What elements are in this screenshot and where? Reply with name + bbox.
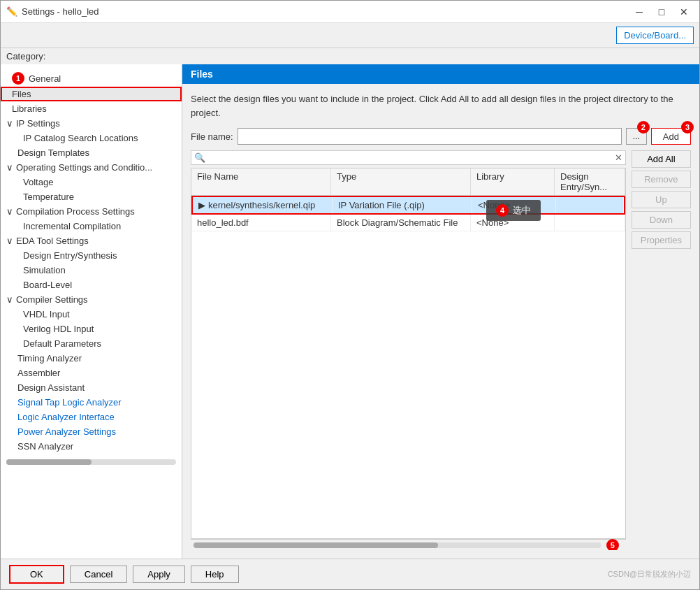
horizontal-scrollbar[interactable]: 5 (191, 539, 626, 550)
sidebar-label-ip-catalog: IP Catalog Search Locations (23, 133, 138, 143)
ok-button[interactable]: OK (9, 565, 64, 584)
badge-2: 2 (637, 121, 650, 134)
sidebar-item-vhdl[interactable]: VHDL Input (1, 307, 182, 322)
down-button[interactable]: Down (632, 211, 691, 229)
sidebar-label-compilation: Compilation Process Settings (16, 206, 135, 217)
toolbar: Device/Board... (1, 23, 699, 48)
device-board-button[interactable]: Device/Board... (616, 27, 694, 44)
sidebar-label-incremental: Incremental Compilation (23, 221, 121, 231)
maximize-button[interactable]: □ (652, 5, 671, 19)
sidebar-label-general: General (29, 73, 61, 84)
sidebar-item-ip-catalog[interactable]: IP Catalog Search Locations (1, 131, 182, 145)
properties-button[interactable]: Properties (632, 231, 691, 249)
sidebar-item-libraries[interactable]: Libraries (1, 101, 182, 116)
sidebar-item-logic-analyzer[interactable]: Logic Analyzer Interface (1, 410, 182, 424)
sidebar-item-simulation[interactable]: Simulation (1, 263, 182, 278)
sidebar-group-compiler[interactable]: ∨ Compiler Settings (1, 292, 182, 307)
settings-window: ✏️ Settings - hello_led ─ □ ✕ Device/Boa… (0, 0, 700, 590)
chevron-down-icon-3: ∨ (6, 206, 13, 217)
sidebar-item-verilog[interactable]: Verilog HDL Input (1, 322, 182, 336)
cell-library-1: <None> (472, 197, 556, 213)
sidebar-item-power-analyzer[interactable]: Power Analyzer Settings (1, 424, 182, 439)
close-button[interactable]: ✕ (674, 5, 694, 19)
panel-description: Select the design files you want to incl… (191, 92, 691, 120)
cell-type-1: IP Variation File (.qip) (333, 197, 472, 213)
add-all-button[interactable]: Add All (632, 150, 691, 168)
apply-button[interactable]: Apply (133, 566, 185, 583)
badge-1: 1 (12, 72, 24, 85)
cell-filename-2: hello_led.bdf (191, 215, 331, 231)
sidebar-label-libraries: Libraries (12, 103, 47, 114)
search-clear-icon[interactable]: ✕ (615, 152, 622, 163)
badge-3: 3 (681, 121, 694, 134)
search-input[interactable] (208, 152, 615, 163)
file-name-label: File name: (191, 131, 233, 142)
sidebar-item-design-entry[interactable]: Design Entry/Synthesis (1, 248, 182, 263)
col-header-library: Library (471, 168, 555, 195)
title-bar: ✏️ Settings - hello_led ─ □ ✕ (1, 1, 699, 23)
sidebar: 1 General Files Libraries ∨ IP Settings … (1, 64, 182, 559)
watermark: CSDN@日常脱发的小迈 (608, 569, 691, 580)
chevron-down-icon-4: ∨ (6, 236, 13, 246)
sidebar-item-board-level[interactable]: Board-Level (1, 278, 182, 292)
file-name-input[interactable] (238, 128, 622, 145)
table-header: File Name Type Library Design Entry/Syn.… (191, 168, 625, 196)
sidebar-label-eda: EDA Tool Settings (16, 236, 89, 246)
sidebar-item-design-assistant[interactable]: Design Assistant (1, 380, 182, 395)
cell-library-2: <None> (471, 215, 555, 231)
sidebar-label-simulation: Simulation (23, 265, 66, 275)
scrollbar-track[interactable] (194, 542, 601, 548)
sidebar-item-assembler[interactable]: Assembler (1, 366, 182, 380)
chevron-down-icon-2: ∨ (6, 162, 13, 173)
table-row[interactable]: ▶kernel/synthesis/kernel.qip IP Variatio… (191, 196, 625, 215)
search-row: 🔍 ✕ (191, 150, 626, 165)
scrollbar-thumb[interactable] (194, 542, 438, 548)
up-button[interactable]: Up (632, 191, 691, 208)
chevron-down-icon-5: ∨ (6, 294, 13, 305)
help-button[interactable]: Help (191, 566, 239, 583)
sidebar-label-vhdl: VHDL Input (23, 309, 70, 319)
sidebar-label-default-params: Default Parameters (23, 338, 101, 349)
sidebar-label-voltage: Voltage (23, 177, 53, 187)
action-buttons: Add All Remove Up Down Properties (626, 150, 691, 550)
sidebar-group-operating[interactable]: ∨ Operating Settings and Conditio... (1, 160, 182, 175)
cell-type-2: Block Diagram/Schematic File (331, 215, 471, 231)
table-row[interactable]: hello_led.bdf Block Diagram/Schematic Fi… (191, 215, 625, 231)
sidebar-group-compilation[interactable]: ∨ Compilation Process Settings (1, 204, 182, 219)
sidebar-item-voltage[interactable]: Voltage (1, 175, 182, 189)
cell-design-2 (555, 215, 625, 231)
sidebar-label-design-templates: Design Templates (17, 148, 89, 158)
file-table: File Name Type Library Design Entry/Syn.… (191, 168, 626, 539)
cell-design-1 (556, 197, 624, 213)
sidebar-item-temperature[interactable]: Temperature (1, 189, 182, 204)
sidebar-item-signal-tap[interactable]: Signal Tap Logic Analyzer (1, 395, 182, 410)
sidebar-label-ssn: SSN Analyzer (17, 441, 73, 452)
sidebar-item-ssn[interactable]: SSN Analyzer (1, 439, 182, 454)
remove-button[interactable]: Remove (632, 171, 691, 188)
sidebar-item-default-params[interactable]: Default Parameters (1, 336, 182, 351)
sidebar-item-incremental[interactable]: Incremental Compilation (1, 219, 182, 233)
sidebar-label-ip-settings: IP Settings (16, 118, 60, 129)
title-bar-buttons: ─ □ ✕ (629, 5, 694, 19)
window-title: Settings - hello_led (22, 6, 629, 17)
sidebar-item-files[interactable]: Files (1, 87, 182, 101)
cell-filename-1: ▶kernel/synthesis/kernel.qip (193, 197, 333, 213)
sidebar-label-design-assistant: Design Assistant (17, 382, 85, 393)
sidebar-group-eda[interactable]: ∨ EDA Tool Settings (1, 233, 182, 248)
right-panel: Files Select the design files you want t… (182, 64, 699, 559)
sidebar-label-temperature: Temperature (23, 192, 74, 202)
sidebar-label-assembler: Assembler (17, 368, 60, 378)
minimize-button[interactable]: ─ (629, 5, 649, 19)
sidebar-group-ip-settings[interactable]: ∨ IP Settings (1, 116, 182, 131)
sidebar-label-signal-tap: Signal Tap Logic Analyzer (17, 397, 122, 408)
sidebar-item-general[interactable]: 1 General (1, 70, 182, 87)
col-header-filename: File Name (191, 168, 331, 195)
sidebar-item-design-templates[interactable]: Design Templates (1, 145, 182, 160)
panel-header: Files (182, 64, 699, 84)
badge-5: 5 (606, 539, 619, 551)
sidebar-label-design-entry: Design Entry/Synthesis (23, 250, 117, 261)
sidebar-label-timing: Timing Analyzer (17, 353, 82, 364)
sidebar-item-timing[interactable]: Timing Analyzer (1, 351, 182, 366)
sidebar-label-board-level: Board-Level (23, 280, 72, 290)
cancel-button[interactable]: Cancel (70, 566, 127, 583)
